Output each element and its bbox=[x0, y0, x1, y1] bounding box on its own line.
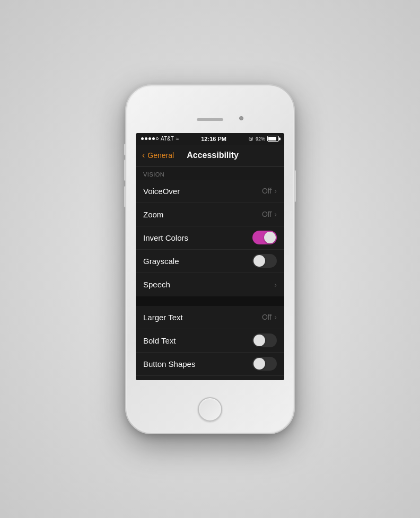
larger-text-value: Off bbox=[262, 313, 272, 321]
status-left: AT&T ≈ bbox=[141, 136, 179, 142]
speech-row[interactable]: Speech › bbox=[136, 273, 284, 296]
larger-text-label: Larger Text bbox=[143, 313, 183, 322]
location-icon: @ bbox=[249, 136, 253, 142]
invert-colors-toggle[interactable] bbox=[252, 231, 277, 244]
settings-content: VISION VoiceOver Off › Zoom Off › bbox=[136, 167, 284, 380]
phone-screen: AT&T ≈ 12:16 PM @ 92% ‹ bbox=[136, 133, 284, 380]
larger-text-chevron-icon: › bbox=[274, 313, 277, 321]
carrier-label: AT&T bbox=[161, 136, 174, 142]
speech-label: Speech bbox=[143, 280, 170, 289]
home-button[interactable] bbox=[198, 397, 222, 422]
zoom-right: Off › bbox=[262, 210, 277, 218]
voiceover-chevron-icon: › bbox=[274, 187, 277, 195]
voiceover-value: Off bbox=[262, 187, 272, 195]
back-chevron-icon: ‹ bbox=[142, 151, 145, 160]
speech-right: › bbox=[274, 280, 277, 289]
button-shapes-label: Button Shapes bbox=[143, 359, 195, 368]
signal-dot-5 bbox=[156, 137, 159, 140]
invert-colors-toggle-knob bbox=[264, 232, 276, 243]
section-divider-1 bbox=[136, 296, 284, 306]
voiceover-row[interactable]: VoiceOver Off › bbox=[136, 180, 284, 203]
invert-colors-label: Invert Colors bbox=[143, 233, 188, 242]
increase-contrast-row[interactable]: Increase Contrast › bbox=[136, 376, 284, 380]
signal-dot-3 bbox=[148, 137, 151, 140]
grayscale-row[interactable]: Grayscale bbox=[136, 250, 284, 273]
phone-speaker bbox=[197, 118, 223, 121]
speech-chevron-icon: › bbox=[274, 280, 277, 289]
grayscale-toggle-knob bbox=[253, 255, 265, 267]
status-bar: AT&T ≈ 12:16 PM @ 92% bbox=[136, 133, 284, 145]
button-shapes-row[interactable]: Button Shapes bbox=[136, 353, 284, 376]
nav-bar: ‹ General Accessibility bbox=[136, 145, 284, 167]
signal-dot-2 bbox=[145, 137, 147, 140]
wifi-icon: ≈ bbox=[176, 136, 179, 142]
phone-body: AT&T ≈ 12:16 PM @ 92% ‹ bbox=[125, 84, 295, 434]
zoom-chevron-icon: › bbox=[274, 210, 277, 218]
battery-percent: 92% bbox=[256, 136, 265, 142]
vision-settings-group: VoiceOver Off › Zoom Off › bbox=[136, 180, 284, 296]
zoom-value: Off bbox=[262, 210, 272, 218]
signal-dots bbox=[141, 137, 159, 140]
button-shapes-toggle-knob bbox=[253, 358, 265, 370]
vision-section-header: VISION bbox=[136, 167, 284, 180]
zoom-label: Zoom bbox=[143, 210, 163, 219]
larger-text-row[interactable]: Larger Text Off › bbox=[136, 306, 284, 329]
battery-indicator bbox=[267, 136, 279, 142]
bold-text-toggle[interactable] bbox=[252, 333, 277, 347]
signal-dot-1 bbox=[141, 137, 144, 140]
power-button[interactable] bbox=[294, 170, 296, 202]
grayscale-toggle[interactable] bbox=[252, 254, 277, 268]
signal-dot-4 bbox=[152, 137, 155, 140]
bold-text-label: Bold Text bbox=[143, 336, 176, 345]
page-title: Accessibility bbox=[147, 151, 278, 160]
zoom-row[interactable]: Zoom Off › bbox=[136, 203, 284, 226]
volume-up-button[interactable] bbox=[124, 160, 126, 181]
interaction-settings-group: Larger Text Off › Bold Text Button Sh bbox=[136, 306, 284, 380]
status-time: 12:16 PM bbox=[201, 136, 226, 142]
button-shapes-toggle[interactable] bbox=[252, 357, 277, 371]
status-right: @ 92% bbox=[249, 136, 279, 142]
larger-text-right: Off › bbox=[262, 313, 277, 321]
volume-down-button[interactable] bbox=[124, 186, 126, 207]
bold-text-toggle-knob bbox=[253, 335, 265, 346]
voiceover-right: Off › bbox=[262, 187, 277, 195]
battery-bar bbox=[267, 136, 279, 142]
voiceover-label: VoiceOver bbox=[143, 187, 180, 196]
battery-fill bbox=[268, 137, 276, 141]
grayscale-label: Grayscale bbox=[143, 257, 179, 266]
invert-colors-row[interactable]: Invert Colors bbox=[136, 226, 284, 250]
bold-text-row[interactable]: Bold Text bbox=[136, 329, 284, 353]
mute-button[interactable] bbox=[124, 144, 126, 155]
phone-camera bbox=[239, 116, 243, 120]
phone: AT&T ≈ 12:16 PM @ 92% ‹ bbox=[125, 84, 295, 434]
